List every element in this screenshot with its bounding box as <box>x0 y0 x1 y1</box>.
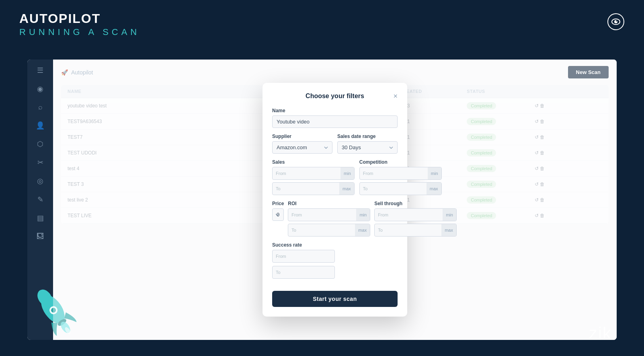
success-to-input[interactable] <box>273 267 335 278</box>
name-input[interactable] <box>272 115 398 128</box>
sidebar-item-tools[interactable]: ✂ <box>37 158 43 167</box>
sales-label: Sales <box>272 159 355 165</box>
competition-from-input[interactable] <box>360 168 428 179</box>
sales-to-tag: max <box>339 183 354 195</box>
sidebar-item-menu[interactable]: ☰ <box>37 66 43 75</box>
roi-from-wrapper: min <box>288 208 370 221</box>
sidebar-item-useredit[interactable]: ✎ <box>37 195 43 204</box>
competition-label: Competition <box>359 159 442 165</box>
modal-title: Choose your filters <box>306 93 364 100</box>
sales-date-select[interactable]: 7 Days 30 Days 90 Days <box>337 141 398 154</box>
sell-through-label: Sell through <box>374 201 457 206</box>
content-area: 🚀 Autopilot New Scan Name Products found… <box>53 60 617 340</box>
supplier-group: Supplier Amazon.com eBay AliExpress <box>272 134 332 154</box>
eye-icon[interactable] <box>607 13 625 31</box>
competition-from-wrapper: min <box>359 167 442 180</box>
supplier-select[interactable]: Amazon.com eBay AliExpress <box>272 141 332 154</box>
sell-from-input[interactable] <box>375 210 443 220</box>
roi-from-input[interactable] <box>288 210 356 220</box>
sales-competition-row: Sales min max Competition <box>272 159 398 201</box>
sales-to-input[interactable] <box>273 183 339 194</box>
sales-date-label: Sales date range <box>337 134 398 139</box>
price-label: Price <box>272 201 284 206</box>
competition-to-wrapper: max <box>359 182 442 195</box>
name-field-group: Name <box>272 108 398 128</box>
sales-from-wrapper: min <box>272 167 355 180</box>
success-rate-label: Success rate <box>272 242 398 248</box>
competition-to-tag: max <box>427 183 441 195</box>
success-from-wrapper: min <box>272 250 335 263</box>
start-scan-button[interactable]: Start your scan <box>272 291 398 307</box>
sales-to-wrapper: max <box>272 182 355 195</box>
sales-from-input[interactable] <box>273 168 340 179</box>
success-from-input[interactable] <box>273 251 335 261</box>
sales-from-tag: min <box>340 167 354 179</box>
sidebar-item-search[interactable]: ⌕ <box>38 103 43 111</box>
header: AUTOPILOT RUNNING A SCAN <box>0 0 644 45</box>
success-to-wrapper: max <box>272 266 335 279</box>
app-title-main: AUTOPILOT <box>19 11 625 26</box>
price-group: Price 0 - 10 10 - 50 50 - 100 100+ <box>272 201 284 237</box>
roi-to-input[interactable] <box>288 225 355 235</box>
modal-close-button[interactable]: × <box>393 93 398 100</box>
name-label: Name <box>272 108 398 113</box>
roi-to-tag: max <box>355 224 370 236</box>
supplier-label: Supplier <box>272 134 332 139</box>
svg-point-3 <box>616 21 617 22</box>
sidebar-item-eye[interactable]: ◉ <box>37 84 43 93</box>
sell-to-wrapper: max <box>374 224 457 237</box>
competition-from-tag: min <box>428 167 441 179</box>
competition-to-input[interactable] <box>360 183 427 194</box>
sales-date-group: Sales date range 7 Days 30 Days 90 Days <box>337 134 398 154</box>
roi-to-wrapper: max <box>288 224 370 237</box>
main-wrapper: ☰ ◉ ⌕ 👤 ⬡ ✂ ◎ ✎ ▤ ⛾ 🚀 Autopilot New Scan… <box>27 60 617 340</box>
sales-group: Sales min max <box>272 159 355 195</box>
price-select[interactable]: 0 - 10 10 - 50 50 - 100 100+ <box>272 208 284 221</box>
sell-to-input[interactable] <box>375 225 441 235</box>
roi-group: ROI min max <box>288 201 370 237</box>
price-roi-sell-row: Price 0 - 10 10 - 50 50 - 100 100+ ROI m… <box>272 201 398 242</box>
modal-backdrop: Choose your filters × Name Supplier Amaz… <box>53 60 617 340</box>
modal-header: Choose your filters × <box>272 93 398 100</box>
supplier-sales-row: Supplier Amazon.com eBay AliExpress Sale… <box>272 134 398 159</box>
roi-from-tag: min <box>356 209 370 221</box>
sidebar-item-usershield[interactable]: ⛾ <box>37 232 44 241</box>
roi-label: ROI <box>288 201 370 206</box>
filter-modal: Choose your filters × Name Supplier Amaz… <box>263 83 407 317</box>
sidebar-item-person[interactable]: 👤 <box>36 121 45 130</box>
sidebar-item-folder[interactable]: ▤ <box>37 214 44 222</box>
success-rate-group: Success rate min max <box>272 242 398 279</box>
sidebar-item-network[interactable]: ⬡ <box>37 140 43 148</box>
sell-through-group: Sell through min max <box>374 201 457 237</box>
sell-from-wrapper: min <box>374 208 457 221</box>
sidebar-item-target[interactable]: ◎ <box>37 177 43 185</box>
competition-group: Competition min max <box>359 159 442 195</box>
sell-from-tag: min <box>443 209 456 221</box>
app-title-sub: RUNNING A SCAN <box>19 27 625 37</box>
sell-to-tag: max <box>441 224 456 236</box>
